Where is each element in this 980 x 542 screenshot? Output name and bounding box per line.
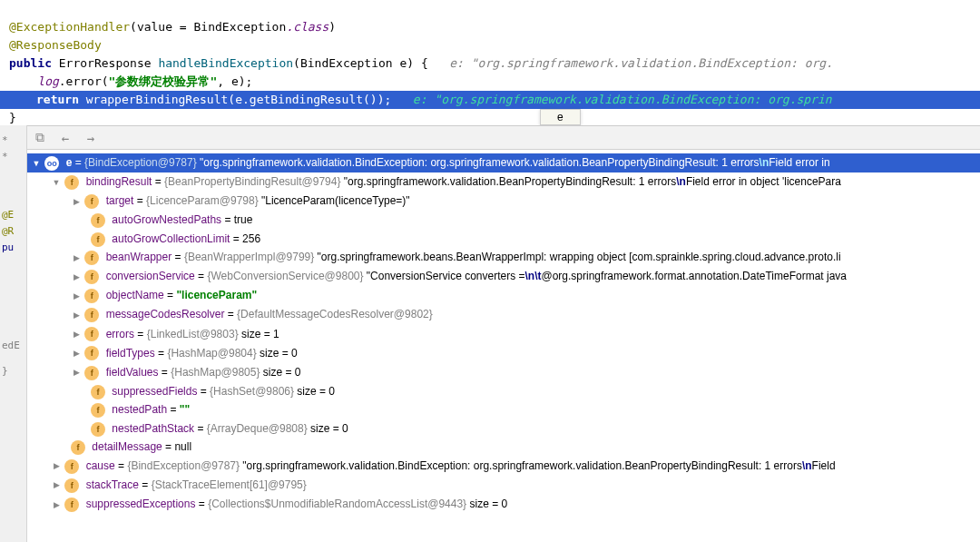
tree-row[interactable]: f detailMessage = null (27, 438, 980, 457)
expand-icon[interactable]: ▶ (71, 363, 82, 382)
expand-icon[interactable]: ▶ (71, 268, 82, 287)
back-arrow-icon[interactable]: ← (58, 131, 73, 145)
expand-icon[interactable]: ▶ (71, 344, 82, 363)
tree-row[interactable]: ▶ f objectName = "licenceParam" (27, 286, 980, 305)
expand-icon[interactable]: ▶ (51, 457, 62, 476)
field-icon: f (84, 194, 99, 209)
tree-row[interactable]: ▶ f fieldValues = {HashMap@9805} size = … (27, 363, 980, 382)
expand-icon[interactable]: ▼ (51, 173, 62, 192)
field-icon: f (91, 385, 105, 399)
tree-row[interactable]: ▶ f conversionService = {WebConversionSe… (27, 267, 980, 286)
field-icon: f (64, 175, 79, 190)
debug-toolbar: ⧉ ← → (27, 126, 980, 150)
code-editor[interactable]: @ExceptionHandler(value = BindException.… (0, 0, 980, 127)
tree-row[interactable]: f autoGrowCollectionLimit = 256 (27, 230, 980, 249)
field-icon: f (91, 403, 105, 418)
tree-row[interactable]: ▶ f suppressedExceptions = {Collections$… (27, 495, 980, 514)
field-icon: f (84, 346, 99, 360)
expand-icon[interactable]: ▶ (71, 306, 82, 325)
tree-row[interactable]: ▶ f beanWrapper = {BeanWrapperImpl@9799}… (27, 248, 980, 267)
tree-row[interactable]: f suppressedFields = {HashSet@9806} size… (27, 382, 980, 401)
variables-tree[interactable]: ▼ oo e = {BindException@9787} "org.sprin… (27, 150, 980, 517)
expand-icon[interactable]: ▶ (71, 325, 82, 344)
inline-hint: e: "org.springframework.validation.BindE… (449, 56, 833, 70)
debugger-variables-panel[interactable]: ⧉ ← → ▼ oo e = {BindException@9787} "org… (27, 125, 980, 542)
field-icon: f (84, 366, 99, 380)
editor-gutter: * * @E @R pu edE } (0, 125, 27, 542)
tree-row[interactable]: ▶ f fieldTypes = {HashMap@9804} size = 0 (27, 344, 980, 363)
tree-row[interactable]: f nestedPath = "" (27, 400, 980, 419)
keyword: public (9, 56, 52, 70)
expand-icon[interactable]: ▶ (71, 249, 82, 268)
tree-row[interactable]: f nestedPathStack = {ArrayDeque@9808} si… (27, 419, 980, 439)
field-icon: f (84, 327, 99, 341)
copy-icon[interactable]: ⧉ (33, 131, 47, 145)
tree-row[interactable]: ▶ f errors = {LinkedList@9803} size = 1 (27, 325, 980, 344)
annotation: @ExceptionHandler (9, 20, 130, 34)
field-icon: f (64, 478, 79, 493)
method-name: handleBindException (158, 56, 293, 70)
tree-row-root[interactable]: ▼ oo e = {BindException@9787} "org.sprin… (27, 153, 980, 172)
tree-row[interactable]: ▶ f cause = {BindException@9787} "org.sp… (27, 457, 980, 476)
expand-icon[interactable]: ▶ (71, 287, 82, 306)
field-icon: f (64, 498, 79, 512)
variable-tooltip: e (540, 109, 581, 125)
object-icon: oo (44, 156, 59, 171)
field-icon: f (91, 232, 105, 247)
expand-icon[interactable]: ▶ (51, 476, 62, 495)
tree-row[interactable]: ▼ f bindingResult = {BeanPropertyBinding… (27, 172, 980, 192)
field-icon: f (84, 308, 99, 322)
field-icon: f (71, 440, 85, 455)
expand-icon[interactable]: ▼ (31, 154, 42, 173)
field-icon: f (84, 289, 99, 303)
tree-row[interactable]: ▶ f target = {LicenceParam@9798} "Licenc… (27, 192, 980, 211)
expand-icon[interactable]: ▶ (71, 192, 82, 212)
field-icon: f (64, 459, 79, 474)
tree-row[interactable]: f autoGrowNestedPaths = true (27, 211, 980, 230)
expand-icon[interactable]: ▶ (51, 496, 62, 515)
execution-point-line[interactable]: return wrapperBindingResult(e.getBinding… (0, 91, 980, 109)
inline-hint: e: "org.springframework.validation.BindE… (406, 93, 832, 106)
forward-arrow-icon[interactable]: → (83, 131, 98, 145)
tree-row[interactable]: ▶ f stackTrace = {StackTraceElement[61]@… (27, 476, 980, 495)
annotation: @ResponseBody (9, 38, 102, 52)
field-icon: f (91, 422, 105, 437)
field-icon: f (91, 213, 105, 228)
field-icon: f (84, 270, 99, 284)
tree-row[interactable]: ▶ f messageCodesResolver = {DefaultMessa… (27, 305, 980, 324)
field-icon: f (84, 251, 99, 265)
